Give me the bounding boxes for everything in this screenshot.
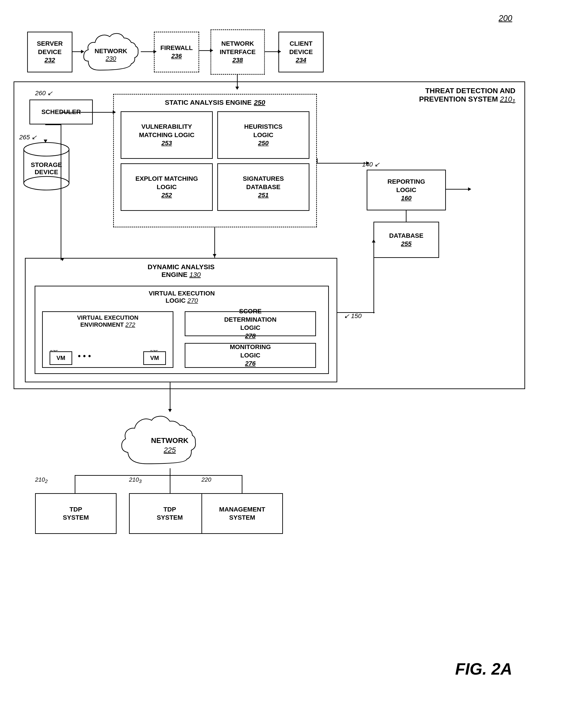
network-interface-label: NETWORKINTERFACE xyxy=(220,40,256,56)
svg-text:DEVICE: DEVICE xyxy=(35,169,58,176)
arrow-reporting-out xyxy=(446,189,469,190)
mgmt-ref-label: 220 xyxy=(201,476,211,483)
vmM-box: VM xyxy=(143,351,166,365)
client-device-ref: 234 xyxy=(296,56,307,64)
vulnerability-box: VULNERABILITYMATCHING LOGIC 253 xyxy=(121,111,213,159)
tdp2-box: TDPSYSTEM xyxy=(129,493,210,534)
line-sched-static-h xyxy=(61,112,113,113)
svg-text:NETWORK: NETWORK xyxy=(95,48,127,55)
network-interface-box: NETWORKINTERFACE 238 xyxy=(210,29,265,75)
arrow-static-reporting xyxy=(317,163,367,164)
server-device-ref: 232 xyxy=(45,56,55,64)
tdp1-ref-label: 2102 xyxy=(35,476,48,484)
arrowhead-static-reporting xyxy=(366,161,369,165)
vee-box: VIRTUAL EXECUTIONENVIRONMENT 272 2751 27… xyxy=(42,311,173,368)
svg-text:225: 225 xyxy=(163,446,176,454)
arrow-down-to-network xyxy=(170,382,170,409)
vee-label: VIRTUAL EXECUTIONENVIRONMENT 272 xyxy=(43,314,173,328)
arrowhead-1 xyxy=(81,50,84,53)
line-sched-dyn-v xyxy=(61,124,61,260)
line-mgmt-v xyxy=(242,475,242,493)
line-tdp2-v xyxy=(170,475,170,493)
arrow-dyn-reporting xyxy=(337,312,375,313)
management-box: MANAGEMENTSYSTEM xyxy=(201,493,283,534)
arrow-fw-ni xyxy=(199,50,210,51)
exploit-box: EXPLOIT MATCHINGLOGIC 252 xyxy=(121,163,213,211)
reporting-logic-box: REPORTINGLOGIC 160 xyxy=(367,170,446,210)
tdp2-ref-label: 2103 xyxy=(129,476,141,484)
arrow-server-network xyxy=(72,51,81,52)
vel-label: VIRTUAL EXECUTIONLOGIC 270 xyxy=(35,290,328,304)
vm-dots: • • • xyxy=(78,351,91,361)
tdp1-box: TDPSYSTEM xyxy=(35,493,116,534)
arrowhead-4 xyxy=(278,50,281,53)
firewall-ref: 236 xyxy=(171,52,182,60)
arrow-dyn-up xyxy=(214,227,215,258)
vm1-box: VM xyxy=(50,351,72,365)
ref-150: ↙ 150 xyxy=(344,312,362,320)
score-box: SCOREDETERMINATIONLOGIC 278 xyxy=(185,311,316,336)
figure-number: 200 xyxy=(499,14,512,23)
arrowhead-storage xyxy=(44,140,47,143)
arrowhead-2 xyxy=(153,50,157,53)
firewall-label: FIREWALL xyxy=(160,44,193,52)
client-device-box: CLIENTDEVICE 234 xyxy=(278,32,324,72)
storage-cylinder: STORAGE DEVICE xyxy=(21,140,71,192)
line-net-right-h xyxy=(170,475,242,476)
dynamic-analysis-label: DYNAMIC ANALYSISENGINE 130 xyxy=(26,263,337,278)
arrowhead-db-up xyxy=(372,239,376,243)
line-reporting-db-long xyxy=(374,240,374,313)
network-interface-ref: 238 xyxy=(232,56,243,64)
svg-point-4 xyxy=(24,176,69,190)
line-report-db xyxy=(406,210,407,222)
line-static-v xyxy=(317,158,318,164)
line-tdp1-v xyxy=(75,475,75,493)
database-box: DATABASE 255 xyxy=(374,222,439,258)
line-sched-h xyxy=(45,124,61,125)
line-net-left-h xyxy=(75,475,170,476)
svg-text:STORAGE: STORAGE xyxy=(31,161,62,168)
static-analysis-outer: STATIC ANALYSIS ENGINE 250 VULNERABILITY… xyxy=(113,94,317,227)
threat-system-label: THREAT DETECTION ANDPREVENTION SYSTEM 21… xyxy=(419,87,515,105)
scheduler-ref-label: 260 ↙ xyxy=(35,89,53,97)
diagram-container: 200 SERVERDEVICE 232 NETWORK 230 FIREWAL… xyxy=(0,0,562,728)
svg-text:230: 230 xyxy=(105,55,116,62)
arrowhead-3 xyxy=(210,49,213,52)
monitoring-box: MONITORINGLOGIC 276 xyxy=(185,343,316,368)
svg-point-3 xyxy=(24,143,69,156)
arrow-network-firewall xyxy=(141,51,154,52)
arrowhead-reporting xyxy=(468,187,471,191)
client-device-label: CLIENTDEVICE xyxy=(289,40,313,56)
fig-caption: FIG. 2A xyxy=(455,660,512,678)
network-225-cloud: NETWORK 225 xyxy=(120,409,219,468)
arrow-ni-client xyxy=(265,51,278,52)
arrowhead-sched-static xyxy=(113,110,116,114)
arrow-ni-down xyxy=(237,75,238,87)
dynamic-analysis-box: DYNAMIC ANALYSISENGINE 130 VIRTUAL EXECU… xyxy=(25,258,337,382)
signatures-box: SIGNATURESDATABASE 251 xyxy=(217,163,310,211)
network-230-cloud: NETWORK 230 xyxy=(81,25,140,77)
firewall-box: FIREWALL 236 xyxy=(154,32,199,72)
arrowhead-sched-dyn xyxy=(61,258,64,261)
heuristics-box: HEURISTICSLOGIC 250 xyxy=(217,111,310,159)
svg-text:NETWORK: NETWORK xyxy=(151,436,188,445)
server-device-box: SERVERDEVICE 232 xyxy=(27,32,72,72)
reporting-ref-140: 140 ↙ xyxy=(362,161,380,168)
storage-ref-label: 265 ↙ xyxy=(19,133,37,141)
static-analysis-header: STATIC ANALYSIS ENGINE 250 xyxy=(165,98,265,107)
static-analysis-grid: VULNERABILITYMATCHING LOGIC 253 HEURISTI… xyxy=(114,111,316,211)
arrowhead-ni-down xyxy=(235,87,239,90)
virtual-execution-box: VIRTUAL EXECUTIONLOGIC 270 VIRTUAL EXECU… xyxy=(35,286,329,374)
server-device-label: SERVERDEVICE xyxy=(37,40,63,56)
